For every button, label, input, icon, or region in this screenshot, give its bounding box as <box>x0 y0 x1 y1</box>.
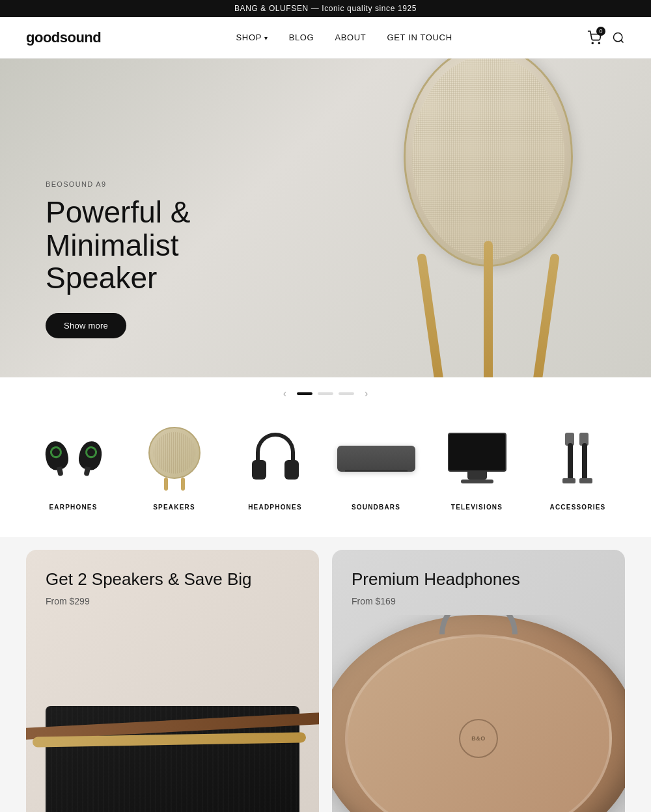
nav-about[interactable]: ABOUT <box>335 33 366 42</box>
hero-cta-button[interactable]: Show more <box>46 313 126 338</box>
promo-right-price: From $169 <box>352 596 520 606</box>
nav-shop[interactable]: SHOP <box>236 33 268 42</box>
slider-dot-3 <box>339 392 354 395</box>
hero-content: BEOSOUND A9 Powerful & Minimalist Speake… <box>0 180 273 377</box>
slider-next-button[interactable]: › <box>359 388 373 399</box>
category-televisions[interactable]: TELEVISIONS <box>430 423 524 511</box>
category-accessories[interactable]: ACCESSORIES <box>531 423 625 511</box>
speaker-round-icon <box>148 427 201 479</box>
promo-card-headphones[interactable]: Premium Headphones From $169 B&O <box>332 550 625 812</box>
nav-get-in-touch[interactable]: GET IN TOUCH <box>387 33 452 42</box>
nav-blog[interactable]: BLOG <box>289 33 314 42</box>
top-banner: BANG & OLUFSEN — Iconic quality since 19… <box>0 0 651 17</box>
speaker-leg-left <box>417 253 444 377</box>
earphones-label: EARPHONES <box>49 504 97 511</box>
main-nav: SHOP BLOG ABOUT GET IN TOUCH <box>236 33 452 42</box>
soundbar-icon <box>337 446 415 472</box>
soundbars-label: SOUNDBARS <box>352 504 400 511</box>
speaker-fabric <box>412 59 564 260</box>
accessories-label: ACCESSORIES <box>550 504 606 511</box>
promo-left-price: From $299 <box>46 596 252 606</box>
speaker-fabric-inner <box>412 59 564 260</box>
search-button[interactable] <box>612 31 625 44</box>
speaker-legs-icon <box>164 478 185 491</box>
speakers-image <box>127 423 221 494</box>
hero-title: Powerful & Minimalist Speaker <box>46 196 273 295</box>
speaker-oval <box>404 59 573 267</box>
hp-ear-right <box>284 460 299 480</box>
soundbars-image <box>329 423 423 494</box>
promo-card-speakers[interactable]: Get 2 Speakers & Save Big From $299 BANG… <box>26 550 319 812</box>
televisions-label: TELEVISIONS <box>451 504 503 511</box>
televisions-image <box>430 423 524 494</box>
promo-left-text: Get 2 Speakers & Save Big From $299 <box>46 569 252 606</box>
category-earphones[interactable]: EARPHONES <box>26 423 120 511</box>
promo-left-product: BANG & OLUFSEN <box>26 628 319 812</box>
svg-point-2 <box>614 33 622 41</box>
promo-section: Get 2 Speakers & Save Big From $299 BANG… <box>0 537 651 812</box>
header: goodsound SHOP BLOG ABOUT GET IN TOUCH 0 <box>0 17 651 59</box>
headphones-label: HEADPHONES <box>248 504 302 511</box>
svg-line-3 <box>621 40 624 42</box>
promo-right-title: Premium Headphones <box>352 569 520 589</box>
hp-ear-left <box>252 460 266 480</box>
slider-dot-2 <box>318 392 333 395</box>
logo[interactable]: goodsound <box>26 29 101 46</box>
categories-grid: EARPHONES SPEAKERS <box>26 423 625 511</box>
speaker-leg-center <box>484 241 493 377</box>
hero-subtitle: BEOSOUND A9 <box>46 180 273 188</box>
tv-screen <box>448 433 506 472</box>
slider-dot-active <box>297 392 312 395</box>
accessories-image <box>531 423 625 494</box>
header-icons: 0 <box>587 31 625 45</box>
hero-section: BEOSOUND A9 Powerful & Minimalist Speake… <box>0 59 651 377</box>
tv-base <box>461 480 493 483</box>
cart-button[interactable]: 0 <box>587 31 602 45</box>
headphones-image <box>228 423 322 494</box>
earphones-image <box>26 423 120 494</box>
promo-right-text: Premium Headphones From $169 <box>352 569 520 606</box>
category-headphones[interactable]: HEADPHONES <box>228 423 322 511</box>
hero-speaker-illustration <box>378 59 599 377</box>
cart-badge: 0 <box>596 27 605 36</box>
shop-chevron-icon <box>264 33 268 42</box>
promo-right-product: B&O <box>332 615 625 812</box>
banner-text: BANG & OLUFSEN — Iconic quality since 19… <box>234 4 417 13</box>
tv-stand <box>467 472 487 480</box>
slider-nav: ‹ › <box>0 377 651 410</box>
categories-section: EARPHONES SPEAKERS <box>0 410 651 537</box>
slider-prev-button[interactable]: ‹ <box>278 388 292 399</box>
category-speakers[interactable]: SPEAKERS <box>127 423 221 511</box>
speaker-leg-right <box>533 253 560 377</box>
svg-point-0 <box>592 42 593 44</box>
headphones-icon <box>249 433 301 485</box>
tv-icon <box>448 433 506 485</box>
promo-left-title: Get 2 Speakers & Save Big <box>46 569 252 589</box>
svg-point-1 <box>598 42 600 44</box>
category-soundbars[interactable]: SOUNDBARS <box>329 423 423 511</box>
speakers-label: SPEAKERS <box>153 504 195 511</box>
